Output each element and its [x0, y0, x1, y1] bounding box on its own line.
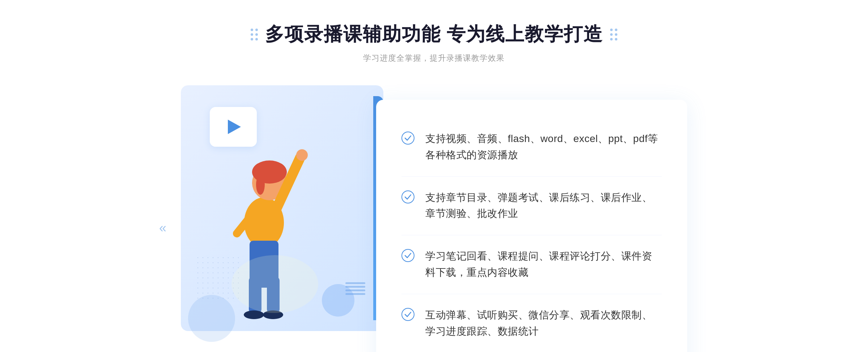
feature-item-2: 支持章节目录、弹题考试、课后练习、课后作业、章节测验、批改作业: [401, 177, 662, 236]
check-icon-4: [401, 308, 414, 321]
svg-point-15: [402, 249, 414, 262]
content-section: «: [181, 85, 687, 352]
check-icon-3: [401, 249, 414, 262]
check-icon-1: [401, 132, 414, 145]
page-wrapper: 多项录播课辅助功能 专为线上教学打造 学习进度全掌握，提升录播课教学效果 «: [0, 22, 868, 352]
feature-item-4: 互动弹幕、试听购买、微信分享、观看次数限制、学习进度跟踪、数据统计: [401, 294, 662, 352]
svg-point-14: [402, 191, 414, 203]
feature-text-2: 支持章节目录、弹题考试、课后练习、课后作业、章节测验、批改作业: [425, 190, 662, 222]
person-illustration: [210, 121, 318, 331]
svg-point-3: [256, 175, 265, 195]
left-arrow-icon: «: [159, 220, 166, 236]
svg-point-10: [244, 310, 264, 319]
title-row: 多项录播课辅助功能 专为线上教学打造: [251, 22, 617, 47]
svg-point-12: [231, 255, 318, 313]
features-card: 支持视频、音频、flash、word、excel、ppt、pdf等各种格式的资源…: [376, 100, 687, 352]
circle-decoration-1: [322, 284, 354, 317]
page-subtitle: 学习进度全掌握，提升录播课教学效果: [363, 53, 505, 64]
check-icon-2: [401, 190, 414, 203]
feature-item-1: 支持视频、音频、flash、word、excel、ppt、pdf等各种格式的资源…: [401, 118, 662, 177]
illustration-panel: [181, 85, 383, 331]
feature-text-3: 学习笔记回看、课程提问、课程评论打分、课件资料下载，重点内容收藏: [425, 248, 662, 281]
svg-point-13: [402, 132, 414, 144]
svg-point-6: [296, 149, 308, 161]
feature-text-1: 支持视频、音频、flash、word、excel、ppt、pdf等各种格式的资源…: [425, 131, 662, 163]
feature-item-3: 学习笔记回看、课程提问、课程评论打分、课件资料下载，重点内容收藏: [401, 235, 662, 294]
header-section: 多项录播课辅助功能 专为线上教学打造 学习进度全掌握，提升录播课教学效果: [251, 22, 617, 64]
left-dots-decoration: [251, 29, 258, 40]
right-dots-decoration: [610, 29, 617, 40]
feature-text-4: 互动弹幕、试听购买、微信分享、观看次数限制、学习进度跟踪、数据统计: [425, 307, 662, 340]
svg-point-16: [402, 308, 414, 321]
page-title: 多项录播课辅助功能 专为线上教学打造: [265, 22, 603, 47]
